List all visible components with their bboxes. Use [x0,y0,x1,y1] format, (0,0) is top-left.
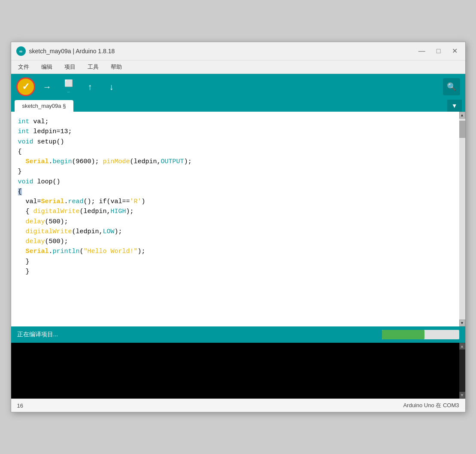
code-line: Serial.println("Hello World!"); [18,247,455,256]
console-scroll-track [459,350,465,392]
verify-icon: ✓ [22,81,30,92]
menu-file[interactable]: 文件 [16,62,31,72]
menu-project[interactable]: 项目 [63,62,77,72]
upload-button[interactable]: → [38,77,57,96]
sketch-tab[interactable]: sketch_may09a § [15,100,74,112]
menu-edit[interactable]: 编辑 [39,62,54,72]
code-line: delay(500); [18,237,455,247]
scroll-up-arrow[interactable]: ▲ [459,112,465,119]
code-line: } [18,267,455,277]
tab-bar: sketch_may09a § ▼ [11,100,465,112]
maximize-button[interactable]: □ [434,47,443,55]
bottom-status-bar: 16 Arduino Uno 在 COM3 [11,399,465,412]
verify-button[interactable]: ✓ [16,77,35,96]
title-bar-left: ∞ sketch_may09a | Arduino 1.8.18 [16,46,115,56]
menu-tools[interactable]: 工具 [86,62,100,72]
compiling-text: 正在编译项目... [17,331,58,338]
tab-dropdown-button[interactable]: ▼ [447,100,462,112]
console-scroll-up[interactable]: ▲ [459,343,465,350]
progress-bar-container [382,330,459,339]
open-icon: ↑ [88,82,92,92]
code-line: int val; [18,117,455,127]
code-line: { [18,187,455,197]
open-button[interactable]: ↑ [81,77,100,96]
console-scroll-down[interactable]: ▼ [459,392,465,399]
code-line: val=Serial.read(); if(val=='R') [18,197,455,207]
new-icon: ⬜··· [64,79,73,95]
code-line: void loop() [18,177,455,187]
code-editor: int val;int ledpin=13;void setup(){ Seri… [11,112,465,326]
arduino-window: ∞ sketch_may09a | Arduino 1.8.18 — □ ✕ 文… [11,42,466,412]
menu-help[interactable]: 帮助 [109,62,124,72]
console-scrollbar: ▲ ▼ [459,343,465,399]
scroll-track [459,119,465,320]
menu-bar: 文件 编辑 项目 工具 帮助 [11,61,465,74]
code-line: delay(500); [18,217,455,227]
search-button[interactable]: 🔍 [443,78,460,95]
tab-label: sketch_may09a § [22,103,66,109]
toolbar: ✓ → ⬜··· ↑ ↓ 🔍 [11,74,465,100]
code-line: digitalWrite(ledpin,LOW); [18,227,455,237]
save-icon: ↓ [109,82,114,92]
tab-dropdown-icon: ▼ [452,102,458,109]
code-scrollbar: ▲ ▼ [459,112,465,326]
code-line: { [18,147,455,157]
scroll-thumb[interactable] [459,121,465,138]
code-line: Serial.begin(9600); pinMode(ledpin,OUTPU… [18,157,455,167]
arduino-logo-icon: ∞ [16,46,26,56]
window-controls: — □ ✕ [416,47,460,55]
window-title: sketch_may09a | Arduino 1.8.18 [29,48,115,55]
search-icon: 🔍 [447,82,456,91]
new-button[interactable]: ⬜··· [59,77,78,96]
code-line: void setup() [18,137,455,147]
title-bar: ∞ sketch_may09a | Arduino 1.8.18 — □ ✕ [11,42,465,61]
code-line: } [18,257,455,267]
progress-bar-fill [382,330,424,339]
close-button[interactable]: ✕ [449,47,460,55]
scroll-down-arrow[interactable]: ▼ [459,320,465,326]
minimize-button[interactable]: — [416,47,428,55]
code-content[interactable]: int val;int ledpin=13;void setup(){ Seri… [11,112,465,326]
compile-status-bar: 正在编译项目... [11,326,465,343]
code-line: int ledpin=13; [18,127,455,137]
line-number: 16 [17,402,23,409]
code-line: { digitalWrite(ledpin,HIGH); [18,207,455,216]
code-line: } [18,167,455,177]
upload-icon: → [43,82,52,92]
console-area: ▲ ▼ [11,343,465,399]
board-info: Arduino Uno 在 COM3 [403,402,459,409]
save-button[interactable]: ↓ [102,77,121,96]
